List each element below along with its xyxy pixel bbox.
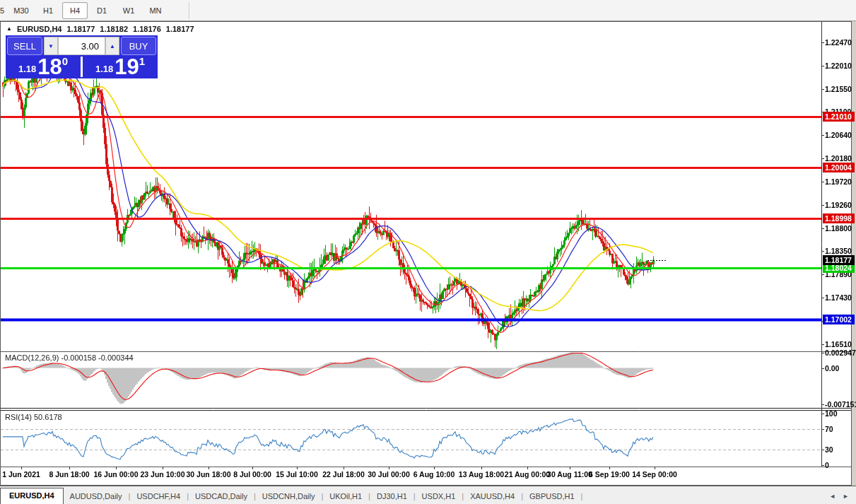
- buy-button[interactable]: BUY: [121, 37, 156, 55]
- tabs-scroll-left-icon[interactable]: ◄: [829, 493, 836, 500]
- time-axis-label: 6 Aug 10:00: [414, 470, 455, 479]
- time-axis-label: 13 Aug 18:00: [459, 470, 504, 479]
- bid-price[interactable]: 1.18 18 0: [6, 57, 81, 77]
- axis-tick-label: 100: [825, 409, 838, 418]
- chart-tab-eurusd[interactable]: EURUSD,H4: [0, 488, 64, 504]
- bid-price-big: 18: [37, 57, 61, 76]
- chart-tab-ukoil[interactable]: UKOil,H1: [323, 489, 368, 504]
- time-axis-label: 30 Jun 18:00: [186, 470, 230, 479]
- axis-tick-label: 1.18800: [825, 224, 852, 233]
- collapse-icon[interactable]: ▲: [6, 25, 12, 32]
- axis-tick-label: 70: [825, 425, 833, 433]
- chart-header: ▲ EURUSD,H4 1.18177 1.18182 1.18176 1.18…: [6, 25, 194, 33]
- chart-tab-bar: EURUSD,H4AUDUSD,Daily|USDCHF,H4|USDCAD,D…: [0, 486, 856, 504]
- chart-tab-dj30[interactable]: DJ30,H1: [370, 489, 414, 504]
- quote-low: 1.18176: [133, 25, 161, 33]
- quote-high: 1.18182: [100, 25, 128, 33]
- axis-tick-label: 1.22470: [825, 38, 852, 47]
- chart-tab-usdcad[interactable]: USDCAD,Daily: [189, 489, 254, 504]
- chart-tab-usdx[interactable]: USDX,H1: [416, 489, 462, 504]
- volume-decrease-button[interactable]: ▼: [44, 37, 58, 55]
- ask-price[interactable]: 1.18 19 1: [83, 57, 158, 77]
- axis-tick-label: 1.20180: [825, 154, 852, 163]
- axis-tick-label: 1.18350: [825, 247, 852, 255]
- ask-price-big: 19: [115, 57, 139, 76]
- price-line-label: 1.18998: [823, 213, 855, 223]
- axis-tick-label: 0: [825, 461, 829, 469]
- symbol-title: EURUSD,H4: [17, 25, 62, 33]
- chevron-up-icon: ▲: [110, 43, 115, 49]
- volume-increase-button[interactable]: ▲: [105, 37, 119, 55]
- ask-price-small: 1.18: [95, 64, 113, 74]
- rsi-indicator-label: RSI(14) 50.6178: [5, 413, 62, 421]
- time-axis-label: 30 Aug 11:00: [547, 470, 592, 479]
- axis-tick-label: 1.16510: [825, 340, 852, 348]
- axis-tick-label: 1.20640: [825, 131, 852, 139]
- axis-tick-label: 1.17430: [825, 293, 852, 302]
- tab-separator: |: [581, 492, 583, 504]
- axis-tick-label: 1.22010: [825, 61, 852, 70]
- time-axis-label: 14 Sep 00:00: [632, 470, 677, 479]
- tabs-scroll-right-icon[interactable]: ►: [843, 493, 849, 500]
- time-axis-label: 22 Jul 18:00: [322, 470, 365, 479]
- axis-tick-label: 1.21550: [825, 85, 852, 93]
- time-axis-label: 15 Jul 10:00: [276, 470, 318, 479]
- chart-tab-usdchf[interactable]: USDCHF,H4: [130, 489, 187, 504]
- time-axis-label: 23 Jun 10:00: [140, 470, 184, 479]
- price-line-label: 1.18177: [823, 255, 855, 265]
- price-line-label: 1.20004: [823, 163, 855, 172]
- price-line-label: 1.17002: [823, 315, 855, 324]
- chart-tab-xauusd[interactable]: XAUUSD,H4: [464, 489, 521, 504]
- quote-close: 1.18177: [166, 25, 194, 33]
- bid-price-sup: 0: [62, 55, 68, 67]
- quote-open: 1.18177: [67, 25, 95, 33]
- chart-tab-usdcnh[interactable]: USDCNH,Daily: [256, 489, 322, 504]
- one-click-trade-panel: SELL ▼ 3.00 ▲ BUY 1.18 18 0 1.18 19 1: [6, 35, 158, 78]
- axis-tick-label: 1.19260: [825, 201, 852, 209]
- axis-tick-label: 0.00: [825, 364, 839, 373]
- time-axis-label: 8 Jun 18:00: [49, 470, 89, 479]
- axis-tick-label: 30: [825, 445, 833, 454]
- axis-tick-label: -0.007151: [825, 400, 856, 409]
- time-axis-label: 21 Aug 00:00: [505, 470, 550, 479]
- bid-price-small: 1.18: [18, 64, 36, 74]
- time-axis-label: 8 Jul 00:00: [233, 470, 271, 479]
- time-axis-label: 16 Jun 00:00: [93, 470, 138, 479]
- chart-tab-gbpusd[interactable]: GBPUSD,H1: [523, 489, 581, 504]
- axis-tick-label: 0.002947: [825, 348, 856, 357]
- ask-price-sup: 1: [139, 55, 145, 67]
- sell-button[interactable]: SELL: [7, 37, 42, 55]
- time-axis-label: 1 Jun 2021: [2, 470, 40, 479]
- time-axis-label: 6 Sep 19:00: [589, 470, 630, 479]
- macd-indicator-label: MACD(12,26,9) -0.000158 -0.000344: [5, 353, 134, 362]
- chevron-down-icon: ▼: [48, 43, 54, 49]
- axis-tick-label: 1.19720: [825, 177, 852, 186]
- chart-tab-audusd[interactable]: AUDUSD,Daily: [64, 489, 129, 504]
- price-line-label: 1.21010: [823, 112, 855, 122]
- time-axis-label: 30 Jul 00:00: [368, 470, 410, 479]
- volume-input[interactable]: 3.00: [58, 37, 105, 55]
